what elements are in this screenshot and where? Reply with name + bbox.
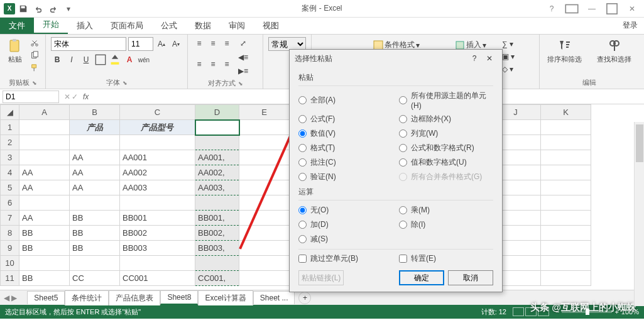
cell[interactable]: AA003	[120, 180, 195, 195]
font-name-input[interactable]	[51, 37, 126, 51]
radio-op-add[interactable]: 加(D)	[298, 219, 393, 231]
align-bottom-icon[interactable]: ≡	[221, 37, 233, 50]
help-icon[interactable]: ?	[543, 2, 560, 16]
radio-op-none[interactable]: 无(O)	[298, 204, 393, 216]
align-left-icon[interactable]: ≡	[193, 58, 205, 70]
align-middle-icon[interactable]: ≡	[207, 37, 219, 50]
radio-formulas[interactable]: 公式(F)	[298, 113, 393, 125]
row-header[interactable]: 5	[1, 180, 19, 195]
redo-icon[interactable]	[46, 2, 60, 16]
zoom-control[interactable]: − + 100%	[555, 308, 639, 316]
cell[interactable]: BB003,	[195, 241, 239, 256]
radio-comments[interactable]: 批注(C)	[298, 157, 393, 168]
row-header[interactable]: 3	[1, 150, 19, 165]
radio-op-div[interactable]: 除(I)	[399, 219, 493, 231]
cell[interactable]: BB	[19, 241, 70, 256]
login-link[interactable]: 登录	[623, 20, 638, 31]
qat-dropdown-icon[interactable]: ▾	[62, 2, 75, 16]
check-transpose[interactable]: 转置(E)	[399, 253, 493, 264]
align-center-icon[interactable]: ≡	[207, 58, 219, 70]
align-top-icon[interactable]: ≡	[193, 37, 205, 50]
find-select-button[interactable]: 查找和选择	[594, 37, 634, 65]
cell[interactable]	[239, 150, 290, 165]
cell[interactable]	[239, 135, 290, 150]
cell[interactable]	[541, 165, 591, 180]
cell[interactable]: BB002	[120, 226, 195, 241]
border-icon[interactable]	[94, 53, 107, 66]
row-header[interactable]: 11	[1, 271, 19, 286]
col-header[interactable]: C	[120, 105, 195, 120]
zoom-in-icon[interactable]: +	[614, 308, 618, 316]
minimize-icon[interactable]: —	[584, 2, 600, 16]
row-header[interactable]: 7	[1, 211, 19, 226]
format-painter-icon[interactable]	[29, 62, 40, 74]
col-header[interactable]: B	[70, 105, 120, 120]
cell[interactable]: AA	[19, 165, 70, 180]
cell[interactable]: AA	[19, 180, 70, 195]
cell[interactable]: AA	[70, 150, 120, 165]
fx-icon[interactable]: fx	[80, 92, 91, 101]
cell[interactable]: AA	[70, 180, 120, 195]
row-header[interactable]: 4	[1, 165, 19, 180]
cell[interactable]	[19, 256, 70, 271]
radio-col-width[interactable]: 列宽(W)	[399, 128, 493, 140]
cell[interactable]	[541, 195, 591, 211]
name-box[interactable]	[3, 91, 59, 103]
sort-filter-button[interactable]: 排序和筛选	[545, 37, 584, 65]
cell[interactable]	[541, 180, 591, 195]
cell[interactable]: AA001,	[195, 150, 239, 165]
radio-except-border[interactable]: 边框除外(X)	[399, 113, 493, 125]
undo-icon[interactable]	[31, 2, 45, 16]
radio-op-mul[interactable]: 乘(M)	[399, 204, 493, 216]
cell[interactable]	[195, 195, 239, 211]
paste-button[interactable]: 粘贴	[5, 37, 25, 65]
ribbon-options-icon[interactable]	[564, 2, 580, 16]
italic-button[interactable]: I	[65, 53, 78, 66]
tab-insert[interactable]: 插入	[68, 18, 102, 34]
row-header[interactable]: 9	[1, 241, 19, 256]
view-normal-icon[interactable]	[513, 307, 524, 316]
sheet-tab[interactable]: Excel计算器	[198, 290, 253, 305]
cell[interactable]: AA003,	[195, 180, 239, 195]
cell[interactable]: BB	[70, 226, 120, 241]
row-header[interactable]: 8	[1, 226, 19, 241]
cell[interactable]	[70, 256, 120, 271]
radio-formulas-num[interactable]: 公式和数字格式(R)	[399, 142, 493, 154]
row-header[interactable]: 2	[1, 135, 19, 150]
cell[interactable]	[19, 150, 70, 165]
cell[interactable]	[70, 135, 120, 150]
copy-icon[interactable]	[29, 50, 40, 61]
radio-all[interactable]: 全部(A)	[298, 90, 393, 111]
dialog-help-icon[interactable]: ?	[467, 52, 482, 65]
indent-increase-icon[interactable]: ▶≡	[237, 65, 249, 77]
sheet-tab[interactable]: 产品信息表	[109, 290, 160, 305]
sheet-tab[interactable]: Sheet8	[160, 290, 198, 305]
check-skip-blanks[interactable]: 跳过空单元(B)	[298, 253, 393, 264]
cell[interactable]: AA002,	[195, 165, 239, 180]
cell[interactable]	[70, 195, 120, 211]
cell[interactable]	[541, 135, 591, 150]
cell[interactable]	[120, 195, 195, 211]
row-header[interactable]: 1	[1, 120, 19, 135]
cell[interactable]	[239, 195, 290, 211]
cell[interactable]	[239, 256, 290, 271]
cut-icon[interactable]	[29, 37, 40, 48]
radio-formats[interactable]: 格式(T)	[298, 142, 393, 154]
cell[interactable]	[195, 135, 239, 150]
cell[interactable]: BB002,	[195, 226, 239, 241]
align-dialog-launcher[interactable]: ⬊	[238, 80, 243, 87]
cell[interactable]: CC001,	[195, 271, 239, 286]
cell[interactable]	[195, 120, 239, 135]
radio-all-theme[interactable]: 所有使用源主题的单元(H)	[399, 90, 493, 111]
font-size-input[interactable]	[128, 37, 153, 51]
cell[interactable]	[239, 211, 290, 226]
enter-formula-icon[interactable]: ✓	[72, 92, 78, 101]
cell[interactable]	[239, 120, 290, 135]
cell[interactable]: 产品型号	[120, 120, 195, 135]
dialog-close-icon[interactable]: ✕	[482, 52, 497, 65]
cell[interactable]: BB001,	[195, 211, 239, 226]
font-dialog-launcher[interactable]: ⬊	[123, 80, 128, 86]
cell[interactable]	[239, 271, 290, 286]
cell[interactable]	[239, 226, 290, 241]
cell[interactable]	[541, 271, 591, 286]
